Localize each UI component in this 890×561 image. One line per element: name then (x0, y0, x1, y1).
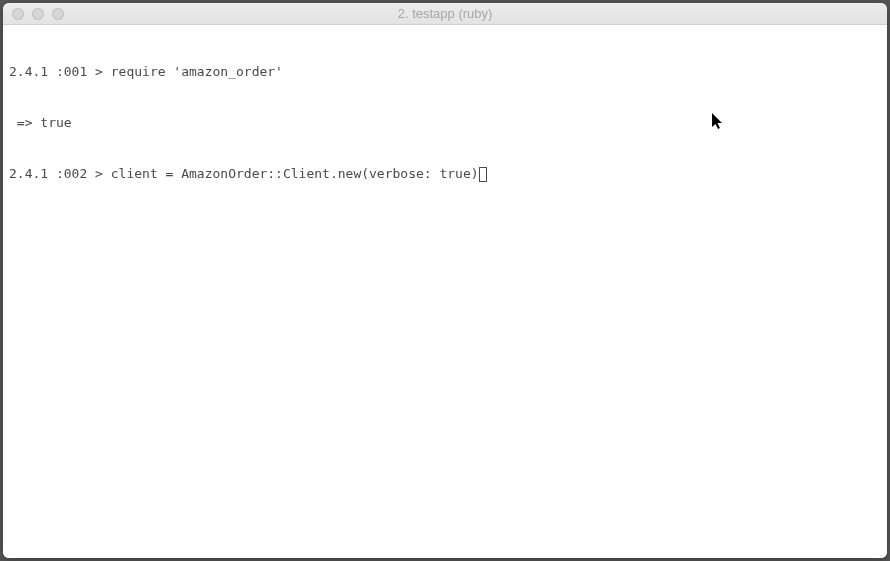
output-text: => true (9, 115, 79, 130)
command-text: client = AmazonOrder::Client.new(verbose… (111, 166, 479, 181)
zoom-button[interactable] (52, 8, 64, 20)
prompt: 2.4.1 :001 > (9, 64, 111, 79)
window-titlebar: 2. testapp (ruby) (3, 3, 887, 25)
text-cursor (479, 167, 487, 182)
terminal-window: 2. testapp (ruby) 2.4.1 :001 > require '… (3, 3, 887, 558)
command-text: require 'amazon_order' (111, 64, 283, 79)
terminal-line: 2.4.1 :002 > client = AmazonOrder::Clien… (9, 165, 881, 182)
minimize-button[interactable] (32, 8, 44, 20)
terminal-line: 2.4.1 :001 > require 'amazon_order' (9, 63, 881, 80)
window-controls (3, 8, 64, 20)
close-button[interactable] (12, 8, 24, 20)
prompt: 2.4.1 :002 > (9, 166, 111, 181)
terminal-content[interactable]: 2.4.1 :001 > require 'amazon_order' => t… (3, 25, 887, 558)
terminal-line: => true (9, 114, 881, 131)
window-title: 2. testapp (ruby) (3, 6, 887, 21)
